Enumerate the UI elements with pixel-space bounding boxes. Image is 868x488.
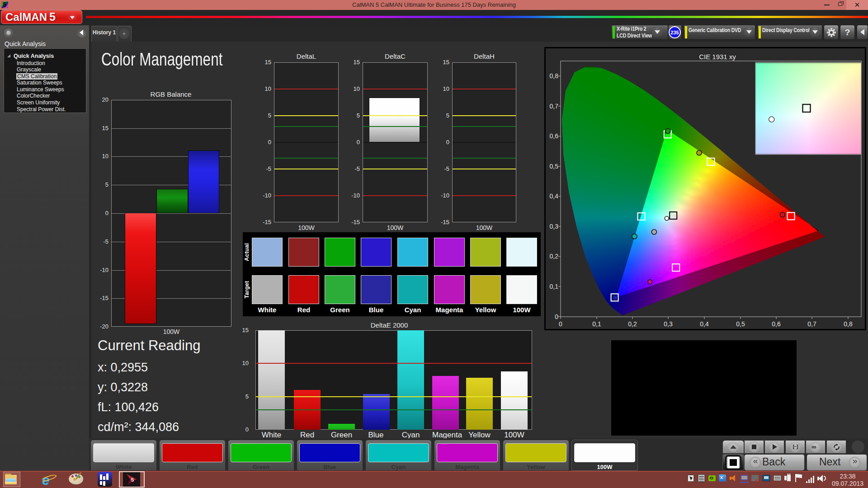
svg-text:0,5: 0,5 [550, 163, 559, 170]
svg-text:0,3: 0,3 [550, 223, 559, 230]
svg-text:0,5: 0,5 [736, 320, 745, 328]
svg-text:0,7: 0,7 [807, 320, 816, 328]
svg-text:0,1: 0,1 [550, 283, 559, 290]
svg-text:5: 5 [131, 477, 134, 483]
svg-text:0,2: 0,2 [550, 253, 559, 260]
svg-text:0,6: 0,6 [550, 132, 559, 140]
svg-text:0,8: 0,8 [550, 72, 559, 80]
svg-text:0,4: 0,4 [700, 320, 709, 328]
svg-text:0,6: 0,6 [772, 320, 781, 328]
svg-text:0,8: 0,8 [844, 320, 853, 328]
svg-text:0: 0 [559, 320, 562, 328]
svg-text:0,7: 0,7 [550, 103, 559, 110]
svg-text:0,4: 0,4 [550, 192, 559, 200]
svg-text:0,2: 0,2 [628, 320, 637, 328]
svg-text:0: 0 [555, 313, 558, 320]
svg-text:0,1: 0,1 [592, 320, 601, 328]
svg-text:CIE 1931 xy: CIE 1931 xy [699, 53, 736, 61]
svg-text:0,3: 0,3 [664, 320, 673, 328]
